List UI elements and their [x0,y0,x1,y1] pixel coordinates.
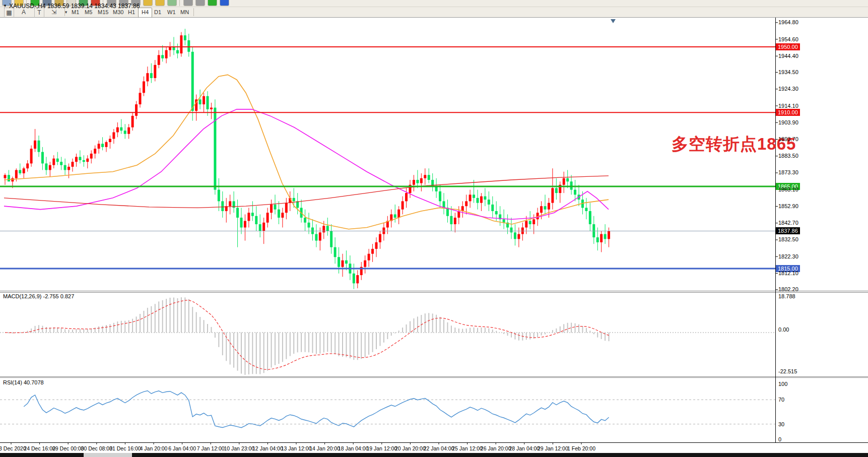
time-axis-label: 12 Jan 04:00 [252,445,283,451]
macd-indicator-label: MACD(12,26,9) -2.755 0.827 [3,293,74,299]
time-axis-label: 31 Dec 16:00 [109,445,141,451]
rsi-axis-tick: 0 [778,436,781,442]
horizontal-scrollbar[interactable] [0,453,868,457]
price-axis-tick: 1934.50 [778,69,798,75]
time-axis-label: 23 Dec 2020 [0,445,26,451]
price-axis-tick: 1802.20 [778,286,798,292]
time-axis-label: 30 Dec 08:00 [81,445,112,451]
time-axis-label: 24 Dec 16:00 [24,445,55,451]
scrollbar-thumb[interactable] [84,453,132,457]
price-axis-tick: 1914.10 [778,103,798,109]
time-axis-label: 14 Jan 20:00 [309,445,340,451]
macd-axis-tick: 0.00 [778,327,789,333]
chart-canvas[interactable] [0,0,868,457]
time-axis-label: 26 Jan 20:00 [481,445,511,451]
price-line-label-1910.00: 1910.00 [776,109,800,116]
chart-collapse-icon[interactable]: ▼ [3,4,7,8]
chart-title: ▼XAUUSD-,H4 1836.59 1839.14 1834.43 1837… [3,3,140,10]
price-line-label-1950.00: 1950.00 [776,43,800,50]
price-axis-tick: 1873.30 [778,169,798,175]
macd-axis-tick: -22.515 [778,368,797,374]
price-axis-tick: 1954.60 [778,36,798,42]
time-axis-label: 4 Jan 20:00 [140,445,168,451]
chart-title-text: XAUUSD-,H4 1836.59 1839.14 1834.43 1837.… [9,3,140,10]
time-axis-label: 19 Jan 12:00 [366,445,397,451]
rsi-axis-tick: 30 [778,421,784,427]
price-axis-tick: 1822.30 [778,253,798,259]
price-axis-tick: 1863.10 [778,186,798,192]
time-axis-label: 6 Jan 04:00 [168,445,196,451]
price-axis-tick: 1903.90 [778,119,798,125]
time-axis-label: 28 Jan 04:00 [509,445,540,451]
price-axis-tick: 1944.40 [778,53,798,59]
price-axis-tick: 1852.90 [778,203,798,209]
price-axis-tick: 1893.70 [778,136,798,142]
price-axis-tick: 1812.10 [778,270,798,276]
rsi-indicator-label: RSI(14) 40.7078 [3,379,44,385]
price-axis-tick: 1832.50 [778,236,798,242]
time-axis-label: 13 Jan 12:00 [281,445,312,451]
time-axis-label: 7 Jan 12:00 [197,445,225,451]
time-axis-label: 29 Dec 00:00 [52,445,84,451]
rsi-axis-tick: 100 [778,381,787,387]
rsi-axis-tick: 70 [778,397,784,403]
time-axis-label: 10 Jan 23:00 [224,445,254,451]
price-axis-tick: 1883.50 [778,153,798,159]
mt4-terminal: ▦AT⇲▾M1M5M15M30H1H4D1W1MN ▼XAUUSD-,H4 18… [0,0,868,457]
time-axis-label: 18 Jan 04:00 [338,445,369,451]
macd-axis-tick: 18.788 [778,293,795,299]
price-axis-tick: 1924.30 [778,86,798,92]
time-axis-label: 29 Jan 12:00 [538,445,568,451]
price-line-label-1837.86: 1837.86 [776,227,800,234]
time-axis-label: 1 Feb 20:00 [567,445,595,451]
time-axis-label: 25 Jan 12:00 [452,445,483,451]
price-axis-tick: 1842.70 [778,220,798,226]
time-axis-label: 22 Jan 04:00 [424,445,454,451]
price-axis-tick: 1964.80 [778,19,798,25]
time-axis-label: 20 Jan 20:00 [395,445,426,451]
chart-annotation-text[interactable]: 多空转折点1865 [672,133,796,156]
